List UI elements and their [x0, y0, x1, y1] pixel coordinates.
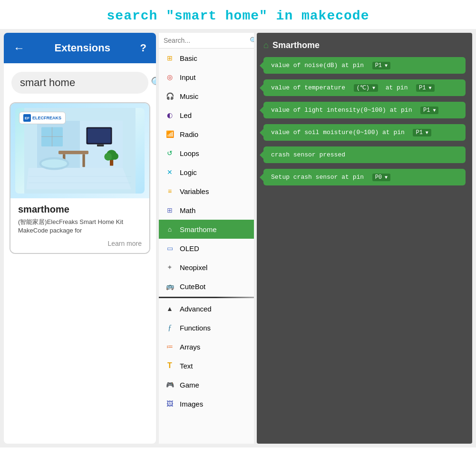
svg-rect-8	[82, 154, 85, 167]
text-label: Text	[180, 362, 193, 370]
right-panel: ⌂ Smarthome value of noise(dB) at pin P1…	[257, 33, 472, 444]
right-panel-header: ⌂ Smarthome	[263, 40, 466, 50]
basic-label: Basic	[180, 54, 197, 62]
search-icon[interactable]: 🔍	[151, 77, 156, 89]
extensions-title: Extensions	[25, 42, 140, 54]
extension-search-input[interactable]	[20, 77, 151, 89]
main-content: ← Extensions ? 🔍	[0, 29, 476, 447]
right-panel-title: Smarthome	[272, 40, 320, 50]
ef-badge-text: ELECFREAKS	[32, 116, 61, 120]
cat-radio[interactable]: 📶 Radio	[159, 125, 254, 144]
moisture-pin-dropdown[interactable]: P1	[413, 129, 431, 136]
text-icon: T	[165, 360, 175, 371]
cat-smarthome[interactable]: ⌂ Smarthome	[159, 220, 254, 239]
neopixel-label: Neopixel	[180, 263, 207, 272]
block-light[interactable]: value of light intensity(0~100) at pin P…	[263, 102, 466, 118]
cat-oled[interactable]: ▭ OLED	[159, 239, 254, 258]
images-icon: 🖼	[165, 398, 175, 409]
block-crash-sensor[interactable]: crash sensor pressed	[263, 146, 466, 163]
category-divider	[159, 297, 254, 298]
images-label: Images	[180, 400, 203, 408]
loops-icon: ↺	[165, 148, 175, 158]
cat-game[interactable]: 🎮 Game	[159, 375, 254, 394]
back-button[interactable]: ←	[13, 41, 25, 55]
svg-rect-6	[58, 151, 88, 154]
temp-pin-dropdown[interactable]: P1	[416, 84, 434, 92]
cat-variables[interactable]: ≡ Variables	[159, 182, 254, 201]
extensions-header: ← Extensions ?	[4, 33, 156, 63]
banner-title: search "smart home" in makecode	[5, 9, 471, 23]
oled-icon: ▭	[165, 243, 175, 253]
svg-rect-11	[97, 145, 104, 147]
middle-panel: 🔍 ⊞ Basic ◎ Input 🎧 Music ◐ Led 📶 Radio	[159, 33, 254, 444]
result-card-image: EF ELECFREAKS	[10, 103, 149, 198]
block-soil-moisture[interactable]: value of soil moisture(0~100) at pin P1	[263, 124, 466, 141]
cat-arrays[interactable]: ≔ Arrays	[159, 337, 254, 356]
oled-label: OLED	[180, 244, 199, 253]
cat-basic[interactable]: ⊞ Basic	[159, 49, 254, 68]
left-panel: ← Extensions ? 🔍	[4, 33, 156, 444]
led-label: Led	[180, 111, 192, 119]
radio-label: Radio	[180, 130, 198, 138]
music-icon: 🎧	[165, 91, 175, 101]
advanced-icon: ▲	[165, 303, 175, 314]
loops-label: Loops	[180, 149, 199, 157]
arrays-icon: ≔	[165, 341, 175, 352]
svg-point-17	[112, 153, 118, 160]
category-search-input[interactable]	[164, 37, 247, 44]
cat-input[interactable]: ◎ Input	[159, 68, 254, 87]
cat-functions[interactable]: ƒ Functions	[159, 318, 254, 337]
cat-text[interactable]: T Text	[159, 356, 254, 375]
cat-neopixel[interactable]: ✦ Neopixel	[159, 258, 254, 277]
package-desc: (智能家居)ElecFreaks Smart Home Kit MakeCode…	[18, 218, 142, 235]
led-icon: ◐	[165, 110, 175, 120]
category-list: ⊞ Basic ◎ Input 🎧 Music ◐ Led 📶 Radio ↺	[159, 49, 254, 444]
game-icon: 🎮	[165, 379, 175, 390]
neopixel-icon: ✦	[165, 262, 175, 272]
result-card-info: smarthome (智能家居)ElecFreaks Smart Home Ki…	[10, 198, 149, 253]
cat-led[interactable]: ◐ Led	[159, 106, 254, 125]
result-card: EF ELECFREAKS smarthome (智能家居)ElecFreaks…	[10, 102, 150, 254]
variables-icon: ≡	[165, 186, 175, 196]
light-pin-dropdown[interactable]: P1	[420, 107, 438, 114]
cat-advanced[interactable]: ▲ Advanced	[159, 299, 254, 318]
cat-cutebot[interactable]: 🚌 CuteBot	[159, 277, 254, 296]
svg-point-16	[104, 153, 112, 161]
cat-loops[interactable]: ↺ Loops	[159, 144, 254, 163]
crash-pin-dropdown[interactable]: P0	[372, 174, 390, 181]
block-setup-crash[interactable]: Setup crash sensor at pin P0	[263, 169, 466, 185]
block-temperature[interactable]: value of temperature (℃) at pin P1	[263, 79, 466, 96]
music-label: Music	[180, 92, 198, 100]
noise-pin-dropdown[interactable]: P1	[372, 62, 390, 69]
svg-marker-3	[27, 168, 132, 189]
cat-logic[interactable]: ✕ Logic	[159, 163, 254, 182]
smarthome-label: Smarthome	[180, 225, 217, 233]
block-noise[interactable]: value of noise(dB) at pin P1	[263, 57, 466, 74]
category-search-icon[interactable]: 🔍	[250, 37, 254, 44]
extension-search-box: 🔍	[11, 72, 148, 94]
learn-more-link[interactable]: Learn more	[18, 240, 142, 247]
math-icon: ⊞	[165, 205, 175, 215]
game-label: Game	[180, 381, 199, 389]
variables-label: Variables	[180, 187, 209, 195]
cat-music[interactable]: 🎧 Music	[159, 87, 254, 106]
input-icon: ◎	[165, 72, 175, 82]
category-search-bar: 🔍	[159, 33, 254, 49]
functions-label: Functions	[180, 324, 211, 332]
logic-icon: ✕	[165, 167, 175, 177]
temp-unit-dropdown[interactable]: (℃)	[354, 84, 378, 92]
top-banner: search "smart home" in makecode	[0, 0, 476, 29]
smarthome-header-icon: ⌂	[263, 40, 269, 50]
cat-images[interactable]: 🖼 Images	[159, 394, 254, 413]
help-button[interactable]: ?	[140, 42, 146, 54]
radio-icon: 📶	[165, 129, 175, 139]
cat-math[interactable]: ⊞ Math	[159, 201, 254, 220]
smarthome-icon: ⌂	[165, 224, 175, 234]
ef-badge: EF ELECFREAKS	[19, 112, 66, 124]
input-label: Input	[180, 73, 195, 81]
math-label: Math	[180, 206, 195, 214]
logic-label: Logic	[180, 168, 197, 176]
svg-point-13	[41, 159, 67, 168]
package-name: smarthome	[18, 204, 142, 215]
advanced-label: Advanced	[180, 305, 212, 313]
